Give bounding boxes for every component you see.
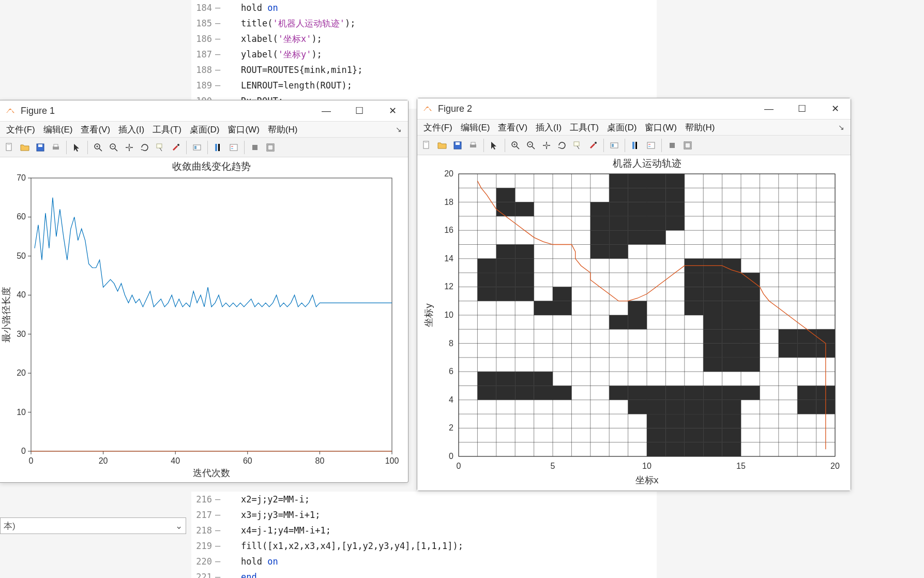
legend-icon[interactable]: [226, 140, 241, 155]
arrow-icon[interactable]: [487, 138, 502, 153]
code-editor-bottom[interactable]: 216—x2=j;y2=MM-i;217—x3=j;y3=MM-i+1;218—…: [191, 492, 657, 578]
layout-icon[interactable]: [263, 140, 278, 155]
svg-rect-241: [722, 428, 741, 442]
menu-item[interactable]: 桌面(D): [187, 123, 223, 137]
svg-text:0: 0: [457, 462, 461, 470]
figure-1-window[interactable]: Figure 1—☐✕文件(F)编辑(E)查看(V)插入(I)工具(T)桌面(D…: [0, 100, 408, 483]
menu-item[interactable]: 编辑(E): [40, 123, 76, 137]
svg-rect-170: [685, 273, 703, 287]
svg-rect-144: [590, 216, 609, 230]
close-button[interactable]: ✕: [382, 103, 403, 118]
workspace-dropdown[interactable]: 本) ⌄: [0, 517, 186, 534]
save-icon[interactable]: [33, 140, 48, 155]
stop-icon[interactable]: [665, 138, 679, 153]
menu-item[interactable]: 插入(I): [115, 123, 147, 137]
rotate-icon[interactable]: [555, 138, 569, 153]
new-file-icon[interactable]: [419, 138, 434, 153]
pan-icon[interactable]: [539, 138, 554, 153]
svg-line-7: [99, 149, 102, 151]
menu-item[interactable]: 桌面(D): [604, 121, 640, 135]
datacursor-icon[interactable]: [570, 138, 585, 153]
close-button[interactable]: ✕: [825, 101, 845, 116]
minimize-button[interactable]: —: [759, 101, 779, 116]
brush-icon[interactable]: [169, 140, 183, 155]
menu-item[interactable]: 工具(T): [149, 123, 185, 137]
svg-text:12: 12: [444, 282, 453, 291]
svg-rect-209: [477, 386, 496, 400]
svg-rect-150: [515, 245, 534, 259]
svg-rect-221: [741, 386, 760, 400]
figure-2-window[interactable]: Figure 2—☐✕文件(F)编辑(E)查看(V)插入(I)工具(T)桌面(D…: [417, 98, 851, 491]
menu-item[interactable]: 窗口(W): [642, 121, 679, 135]
code-line[interactable]: 221—end: [191, 569, 657, 578]
layout-icon[interactable]: [680, 138, 695, 153]
zoom-out-icon[interactable]: [107, 140, 121, 155]
menu-item[interactable]: 文件(F): [420, 121, 456, 135]
save-icon[interactable]: [450, 138, 465, 153]
svg-rect-193: [797, 329, 816, 343]
colorbar-icon[interactable]: [628, 138, 643, 153]
arrow-icon[interactable]: [70, 140, 84, 155]
menu-item[interactable]: 工具(T): [567, 121, 602, 135]
pan-icon[interactable]: [122, 140, 137, 155]
svg-rect-165: [722, 259, 741, 273]
minimize-button[interactable]: —: [316, 103, 337, 118]
menu-item[interactable]: 帮助(H): [682, 121, 718, 135]
zoom-in-icon[interactable]: [508, 138, 523, 153]
maximize-button[interactable]: ☐: [792, 101, 812, 116]
zoom-out-icon[interactable]: [524, 138, 538, 153]
link-icon[interactable]: [607, 138, 622, 153]
menu-item[interactable]: 查看(V): [78, 123, 113, 137]
svg-rect-178: [703, 287, 722, 301]
menubar: 文件(F)编辑(E)查看(V)插入(I)工具(T)桌面(D)窗口(W)帮助(H)…: [417, 119, 851, 136]
code-line[interactable]: 219—fill([x1,x2,x3,x4],[y1,y2,y3,y4],[1,…: [191, 538, 657, 554]
svg-text:迭代次数: 迭代次数: [193, 468, 230, 478]
matlab-icon: [5, 105, 17, 116]
legend-icon[interactable]: [644, 138, 658, 153]
code-line[interactable]: 220—hold on: [191, 554, 657, 569]
plot-area[interactable]: 010203040506070020406080100收敛曲线变化趋势迭代次数最…: [0, 157, 407, 482]
svg-rect-135: [609, 188, 628, 202]
plot-area[interactable]: 0510152002468101214161820机器人运动轨迹坐标x坐标y: [417, 155, 851, 491]
dock-icon[interactable]: ↘: [835, 122, 847, 132]
print-icon[interactable]: [466, 138, 480, 153]
colorbar-icon[interactable]: [211, 140, 225, 155]
menu-item[interactable]: 编辑(E): [458, 121, 493, 135]
menu-item[interactable]: 查看(V): [495, 121, 531, 135]
menu-item[interactable]: 插入(I): [533, 121, 565, 135]
svg-rect-141: [628, 202, 647, 216]
code-line[interactable]: 187—ylabel('坐标y');: [191, 47, 657, 62]
menu-item[interactable]: 帮助(H): [265, 123, 301, 137]
code-line[interactable]: 218—x4=j-1;y4=MM-i+1;: [191, 523, 657, 538]
code-line[interactable]: 188—ROUT=ROUTES{mink,min1};: [191, 62, 657, 78]
code-text: x3=j;y3=MM-i+1;: [225, 510, 321, 520]
print-icon[interactable]: [49, 140, 63, 155]
menu-item[interactable]: 文件(F): [3, 123, 38, 137]
datacursor-icon[interactable]: [153, 140, 168, 155]
code-line[interactable]: 184—hold on: [191, 0, 657, 16]
brush-icon[interactable]: [586, 138, 600, 153]
svg-text:18: 18: [444, 198, 453, 206]
code-line[interactable]: 217—x3=j;y3=MM-i+1;: [191, 507, 657, 523]
code-editor-top[interactable]: 184—hold on185—title('机器人运动轨迹');186—xlab…: [191, 0, 657, 109]
svg-rect-146: [628, 216, 647, 230]
code-line[interactable]: 189—LENROUT=length(ROUT);: [191, 78, 657, 93]
zoom-in-icon[interactable]: [91, 140, 105, 155]
stop-icon[interactable]: [248, 140, 262, 155]
link-icon[interactable]: [190, 140, 204, 155]
toolbar: [0, 138, 408, 157]
line-number: 216: [191, 494, 215, 505]
window-title: Figure 2: [438, 103, 759, 114]
dock-icon[interactable]: ↘: [392, 124, 405, 135]
rotate-icon[interactable]: [138, 140, 152, 155]
code-line[interactable]: 186—xlabel('坐标x');: [191, 31, 657, 47]
open-folder-icon[interactable]: [435, 138, 449, 153]
svg-rect-138: [665, 188, 684, 202]
code-line[interactable]: 216—x2=j;y2=MM-i;: [191, 492, 657, 507]
maximize-button[interactable]: ☐: [349, 103, 370, 118]
open-folder-icon[interactable]: [18, 140, 32, 155]
code-line[interactable]: 185—title('机器人运动轨迹');: [191, 16, 657, 31]
svg-rect-239: [685, 428, 703, 442]
menu-item[interactable]: 窗口(W): [224, 123, 262, 137]
new-file-icon[interactable]: [2, 140, 17, 155]
